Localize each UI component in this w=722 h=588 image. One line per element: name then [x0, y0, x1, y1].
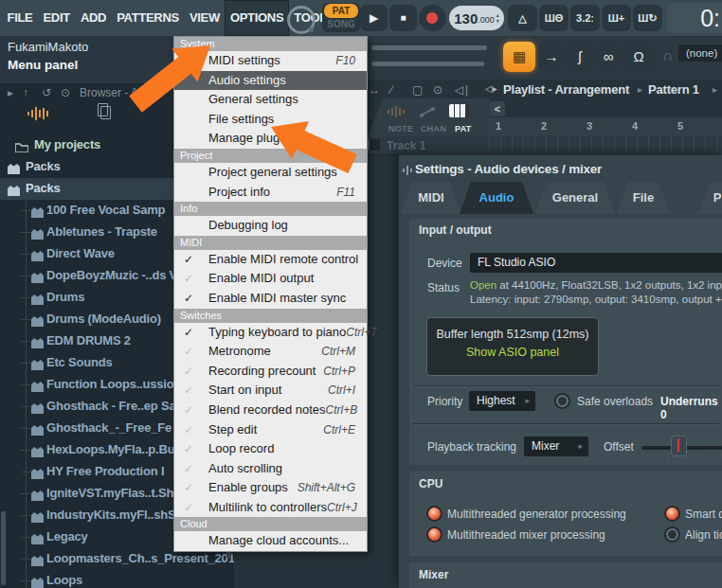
menu-item-recording-precount[interactable]: ✓Recording precountCtrl+P — [174, 362, 367, 382]
selector-tab-chan[interactable]: CHAN — [421, 124, 446, 134]
main-volume-knob[interactable] — [287, 6, 316, 34]
metronome-icon[interactable]: △ — [508, 5, 537, 31]
timeline-ruler[interactable]: 12345 — [489, 117, 722, 137]
up-icon[interactable]: ↑ — [23, 86, 28, 99]
playback-marker-icon[interactable]: ◁∣ — [455, 83, 469, 97]
menu-shortcut: Ctrl+T — [346, 323, 377, 343]
wait-input-icon[interactable]: ШΘ — [539, 5, 569, 31]
menubar-item-options[interactable]: OPTIONS — [225, 0, 288, 36]
file-icon[interactable] — [100, 106, 111, 119]
io-group-label: Input / output — [419, 223, 492, 237]
safe-overloads-led[interactable] — [556, 395, 569, 407]
menu-item-midi-settings[interactable]: MIDI settingsF10 — [174, 51, 367, 71]
menubar-item-add[interactable]: ADD — [75, 0, 111, 36]
menu-item-enable-midi-master-sync[interactable]: ✓Enable MIDI master sync — [174, 289, 367, 309]
slide-button[interactable]: ʃ — [567, 42, 593, 72]
browser-scrollbar[interactable] — [1, 511, 6, 585]
menu-item-manage-cloud-accounts-[interactable]: Manage cloud accounts... — [174, 531, 367, 551]
tree-dash — [21, 537, 30, 538]
drag-handle-icon[interactable] — [403, 166, 413, 175]
timeline-scroll-left-button[interactable]: < — [490, 101, 505, 116]
led-multithreaded-generator-processing[interactable] — [428, 508, 441, 520]
tab-p[interactable]: P — [698, 182, 722, 214]
menu-item-project-general-settings[interactable]: Project general settings — [174, 163, 367, 183]
menu-item-enable-midi-remote-control[interactable]: ✓Enable MIDI remote control — [174, 250, 367, 270]
zoom-icon[interactable]: ⊙ — [433, 83, 442, 97]
tempo-display[interactable]: 130.000 ▴▾ — [449, 6, 504, 30]
playback-tracking-dropdown[interactable]: Mixer▸ — [524, 437, 588, 456]
list-item[interactable]: Loops — [0, 570, 234, 588]
show-asio-panel-link[interactable]: Show ASIO panel — [427, 346, 598, 359]
menu-item-project-info[interactable]: Project infoF11 — [174, 183, 367, 203]
audition-icon[interactable]: ◁▸ — [485, 83, 497, 94]
buffer-length-button[interactable]: Buffer length 512smp (12ms) Show ASIO pa… — [426, 317, 599, 376]
device-dropdown[interactable]: FL Studio ASIO — [470, 253, 722, 273]
tempo-spinner[interactable]: ▴▾ — [496, 12, 499, 24]
tab-midi[interactable]: MIDI — [401, 182, 461, 214]
menu-item-auto-scrolling[interactable]: ✓Auto scrolling — [174, 459, 367, 479]
menubar-item-file[interactable]: FILE — [2, 0, 38, 36]
list-item-label: Drums (ModeAudio) — [46, 312, 161, 326]
paint-icon[interactable]: ▢ — [412, 83, 423, 97]
selector-tab-note[interactable]: NOTE — [388, 124, 413, 134]
select-icon[interactable]: ↔ — [369, 83, 380, 97]
priority-dropdown[interactable]: Highest▸ — [469, 391, 535, 411]
menubar-item-view[interactable]: VIEW — [184, 0, 225, 36]
led-multithreaded-mixer-processing[interactable] — [428, 528, 441, 541]
menu-item-blend-recorded-notes[interactable]: ✓Blend recorded notesCtrl+B — [174, 401, 367, 420]
link-button[interactable]: ∞ — [595, 42, 622, 72]
pattern-loop-icon[interactable]: Ш↻ — [633, 5, 662, 31]
led-align-tick-leng[interactable] — [666, 528, 678, 541]
pat-icon[interactable] — [449, 104, 470, 117]
menu-item-file-settings[interactable]: File settings — [174, 110, 367, 130]
menu-item-multilink-to-controllers[interactable]: ✓Multilink to controllersCtrl+J — [174, 498, 367, 518]
menu-item-loop-record[interactable]: ✓Loop record — [174, 439, 367, 459]
note-icon[interactable] — [387, 106, 407, 117]
menu-item-start-on-input[interactable]: ✓Start on inputCtrl+I — [174, 381, 367, 401]
menu-item-debugging-log[interactable]: Debugging log — [174, 216, 367, 236]
pat-mode-button[interactable]: PAT — [324, 4, 358, 18]
forward-icon[interactable]: ▸ — [8, 86, 13, 99]
selector-tab-pat[interactable]: PAT — [455, 124, 472, 134]
detached-button[interactable]: → — [538, 42, 565, 72]
track-row[interactable]: Track 1 — [365, 136, 489, 155]
menu-item-step-edit[interactable]: ✓Step editCtrl+E — [174, 420, 367, 440]
tab-file[interactable]: File — [617, 182, 670, 214]
menu-item-manage-plugins[interactable]: Manage plugins — [174, 129, 367, 149]
breadcrumb-pattern[interactable]: Pattern 1 — [648, 82, 699, 97]
menu-item-enable-groups[interactable]: ✓Enable groupsShift+Alt+G — [174, 478, 367, 498]
waveform-icon[interactable] — [27, 107, 51, 120]
undo-icon[interactable]: ↺ — [42, 86, 51, 99]
menu-item-metronome[interactable]: ✓MetronomeCtrl+M — [174, 342, 367, 362]
stop-button[interactable]: ■ — [389, 5, 417, 31]
breadcrumb-playlist[interactable]: Playlist - Arrangement — [503, 82, 629, 97]
menu-item-audio-settings[interactable]: Audio settings — [174, 71, 367, 91]
countdown-icon[interactable]: 3.2ː — [570, 5, 600, 31]
snap-selector[interactable]: (none) — [678, 45, 722, 62]
menubar-item-edit[interactable]: EDIT — [38, 0, 75, 36]
pattern-add-icon[interactable]: Ш+ — [602, 5, 631, 31]
menu-item-general-settings[interactable]: General settings — [174, 90, 367, 110]
playlist-grid[interactable] — [489, 136, 722, 155]
typing-keyboard-button[interactable]: Ω — [623, 42, 654, 72]
search-icon[interactable]: ⊙ — [61, 86, 70, 99]
status-rest: at 44100Hz, Float32LSB, 1x2 outputs, 1x2… — [496, 279, 722, 291]
browser-next-icon[interactable]: ▸ — [159, 86, 165, 99]
offset-slider-thumb[interactable] — [671, 436, 687, 456]
checkmark-icon: ✓ — [184, 498, 193, 518]
tab-audio[interactable]: Audio — [460, 182, 533, 214]
menubar-item-patterns[interactable]: PATTERNS — [112, 0, 185, 36]
menu-item-typing-keyboard-to-piano[interactable]: ✓Typing keyboard to pianoCtrl+T — [174, 323, 367, 343]
menu-item-enable-midi-output[interactable]: ✓Enable MIDI output — [174, 269, 367, 289]
pencil-icon[interactable]: ∕ — [390, 83, 392, 97]
track-mute-button[interactable] — [368, 139, 380, 151]
tab-general[interactable]: General — [535, 182, 615, 214]
browser-title[interactable]: Browser - All — [80, 86, 143, 99]
chan-icon[interactable] — [419, 107, 436, 117]
play-button[interactable]: ▶ — [360, 5, 388, 31]
piano-roll-button[interactable]: ▦ — [503, 42, 535, 72]
pat-song-switch[interactable]: PAT SONG — [322, 3, 360, 32]
song-mode-button[interactable]: SONG — [322, 19, 360, 29]
record-button[interactable] — [419, 5, 446, 31]
led-smart-disable[interactable] — [666, 508, 678, 520]
